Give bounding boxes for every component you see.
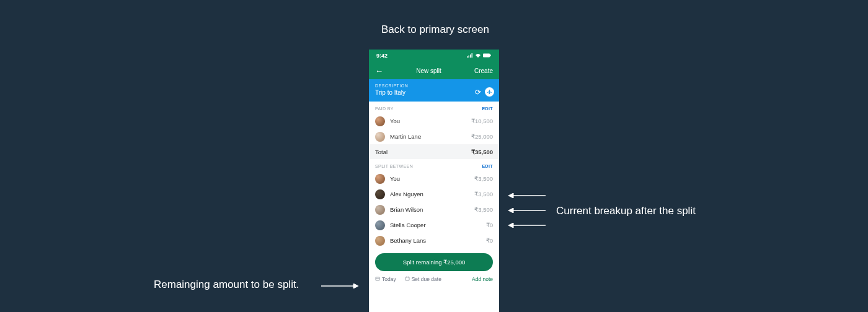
- payer-name: You: [390, 118, 471, 124]
- split-amount: ₹3,500: [474, 175, 493, 182]
- split-amount: ₹3,500: [474, 206, 493, 213]
- description-section: DESCRIPTION Trip to Italy ⟳: [369, 79, 499, 102]
- paidby-row: You ₹10,500: [369, 113, 499, 129]
- refresh-icon[interactable]: ⟳: [475, 88, 481, 97]
- status-icons: [467, 53, 492, 59]
- arrow-right-icon: [508, 208, 546, 213]
- battery-icon: [483, 53, 492, 59]
- svg-rect-9: [469, 56, 470, 58]
- split-row: Bethany Lans ₹0: [369, 233, 499, 248]
- split-name: Stella Cooper: [390, 222, 486, 228]
- svg-marker-3: [508, 193, 513, 198]
- status-time: 9:42: [376, 53, 388, 59]
- nav-title: New split: [416, 67, 441, 74]
- paidby-header: PAID BY EDIT: [369, 102, 499, 113]
- split-row: Alex Nguyen ₹3,500: [369, 186, 499, 202]
- split-edit-button[interactable]: EDIT: [482, 164, 493, 168]
- total-label: Total: [375, 149, 471, 155]
- duedate-icon: [405, 276, 410, 282]
- avatar: [375, 236, 385, 246]
- svg-rect-11: [472, 53, 473, 58]
- split-name: You: [390, 175, 474, 182]
- duedate-label: Set due date: [412, 276, 441, 282]
- footer-bar: Today Set due date Add note: [369, 275, 499, 282]
- split-header: SPLIT BETWEEN EDIT: [369, 159, 499, 171]
- annotation-right: Current breakup after the split: [556, 205, 696, 217]
- split-row: Brian Wilson ₹3,500: [369, 202, 499, 217]
- arrow-left-icon: [321, 284, 358, 288]
- split-name: Brian Wilson: [390, 206, 474, 213]
- svg-marker-5: [508, 208, 513, 213]
- split-row: You ₹3,500: [369, 171, 499, 186]
- wifi-icon: [475, 53, 481, 59]
- paidby-row: Martin Lane ₹25,000: [369, 129, 499, 144]
- total-row: Total ₹35,500: [369, 144, 499, 159]
- category-plane-icon[interactable]: [485, 87, 494, 97]
- today-button[interactable]: Today: [375, 276, 396, 282]
- payer-amount: ₹25,000: [471, 133, 493, 140]
- split-label: SPLIT BETWEEN: [375, 164, 413, 168]
- back-button[interactable]: ←: [375, 67, 383, 75]
- phone-screen: 9:42 ← New split Create DESCRIPTION Trip…: [369, 50, 499, 312]
- status-bar: 9:42: [369, 50, 499, 62]
- avatar: [375, 174, 385, 184]
- split-row: Stella Cooper ₹0: [369, 217, 499, 233]
- addnote-button[interactable]: Add note: [472, 276, 493, 282]
- payer-name: Martin Lane: [390, 133, 471, 140]
- svg-rect-14: [376, 277, 379, 280]
- avatar: [375, 205, 385, 215]
- payer-amount: ₹10,500: [471, 118, 493, 124]
- paidby-edit-button[interactable]: EDIT: [482, 106, 493, 111]
- arrow-right-icon: [508, 223, 546, 228]
- total-amount: ₹35,500: [471, 149, 493, 155]
- avatar: [375, 220, 385, 230]
- split-remaining-button[interactable]: Split remaining ₹25,000: [375, 253, 493, 271]
- svg-marker-1: [353, 284, 358, 288]
- today-label: Today: [382, 276, 396, 282]
- duedate-button[interactable]: Set due date: [405, 276, 441, 282]
- split-name: Bethany Lans: [390, 237, 486, 244]
- split-amount: ₹3,500: [474, 191, 493, 197]
- split-amount: ₹0: [486, 237, 493, 244]
- signal-icon: [467, 53, 473, 59]
- split-amount: ₹0: [486, 222, 493, 228]
- paidby-label: PAID BY: [375, 106, 394, 111]
- avatar: [375, 116, 385, 126]
- split-name: Alex Nguyen: [390, 191, 474, 197]
- avatar: [375, 132, 385, 142]
- svg-rect-13: [490, 54, 492, 56]
- avatar: [375, 189, 385, 199]
- annotation-top: Back to primary screen: [381, 24, 489, 36]
- svg-rect-10: [470, 54, 471, 58]
- annotation-left: Remainging amount to be split.: [154, 279, 299, 291]
- svg-rect-16: [405, 277, 409, 280]
- arrow-right-icon: [508, 193, 546, 198]
- nav-bar: ← New split Create: [369, 62, 499, 79]
- svg-marker-7: [508, 223, 513, 228]
- create-button[interactable]: Create: [474, 67, 493, 74]
- svg-rect-8: [467, 56, 468, 58]
- calendar-icon: [375, 276, 380, 282]
- svg-rect-12: [483, 54, 490, 58]
